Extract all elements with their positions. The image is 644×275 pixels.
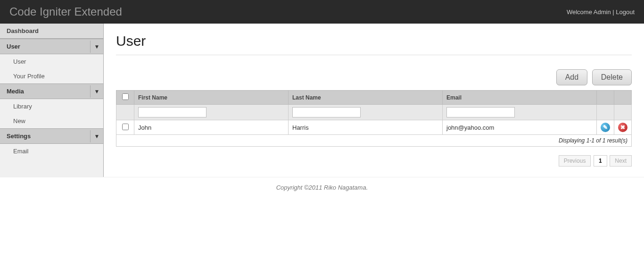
result-count: Displaying 1-1 of 1 result(s) [116,135,632,147]
sidebar-section-settings[interactable]: Settings ▼ [0,128,103,144]
action-buttons: Add Delete [116,69,632,85]
table-footer: Displaying 1-1 of 1 result(s) [116,135,632,147]
table-row: John Harris john@yahoo.com ✎ ✖ [116,120,632,135]
select-all-checkbox[interactable] [122,93,129,100]
chevron-down-icon[interactable]: ▼ [90,85,103,98]
sidebar-section-label: Media [0,84,90,99]
pager-next[interactable]: Next [610,155,632,167]
filter-email-input[interactable] [446,107,515,117]
filter-last-name-input[interactable] [292,107,361,117]
column-header-last-name[interactable]: Last Name [289,91,443,105]
sidebar-section-media[interactable]: Media ▼ [0,83,103,99]
column-header-checkbox [116,91,134,105]
column-header-email[interactable]: Email [443,91,597,105]
filter-row [116,105,632,120]
cell-last-name: Harris [289,120,443,135]
app-title: Code Igniter Extended [9,5,122,18]
pager-previous[interactable]: Previous [559,155,591,167]
delete-button[interactable]: Delete [592,69,632,85]
page-title: User [116,33,632,49]
sidebar-item-library[interactable]: Library [0,99,103,114]
header: Code Igniter Extended Welcome Admin | Lo… [0,0,644,24]
filter-first-name-input[interactable] [138,107,206,117]
delete-icon[interactable]: ✖ [618,123,627,132]
user-table: First Name Last Name Email [116,90,632,147]
sidebar-section-user[interactable]: User ▼ [0,39,103,54]
sidebar-section-label: User [0,39,90,54]
add-button[interactable]: Add [556,69,587,85]
divider [116,55,632,55]
sidebar-item-email[interactable]: Email [0,144,103,158]
column-header-first-name[interactable]: First Name [134,91,289,105]
pager: Previous 1 Next [116,155,632,167]
edit-icon[interactable]: ✎ [601,123,610,132]
header-right: Welcome Admin | Logout [567,8,635,16]
cell-first-name: John [134,120,289,135]
footer-copyright: Copyright ©2011 Riko Nagatama. [0,177,644,198]
logout-link[interactable]: Logout [616,8,635,16]
sidebar-item-your-profile[interactable]: Your Profile [0,69,103,83]
main-content: User Add Delete First Name Last Name Ema… [104,24,644,177]
welcome-link[interactable]: Welcome Admin [567,8,611,16]
sidebar-section-label: Settings [0,129,90,143]
chevron-down-icon[interactable]: ▼ [90,130,103,142]
sidebar-item-dashboard[interactable]: Dashboard [0,24,103,39]
cell-email: john@yahoo.com [443,120,597,135]
sidebar-item-new[interactable]: New [0,114,103,128]
pager-current: 1 [594,155,607,167]
column-header-blank [597,91,614,105]
row-checkbox[interactable] [122,124,129,130]
chevron-down-icon[interactable]: ▼ [90,41,103,53]
sidebar: Dashboard User ▼ User Your Profile Media… [0,24,104,177]
sidebar-item-user[interactable]: User [0,54,103,69]
column-header-blank [614,91,632,105]
